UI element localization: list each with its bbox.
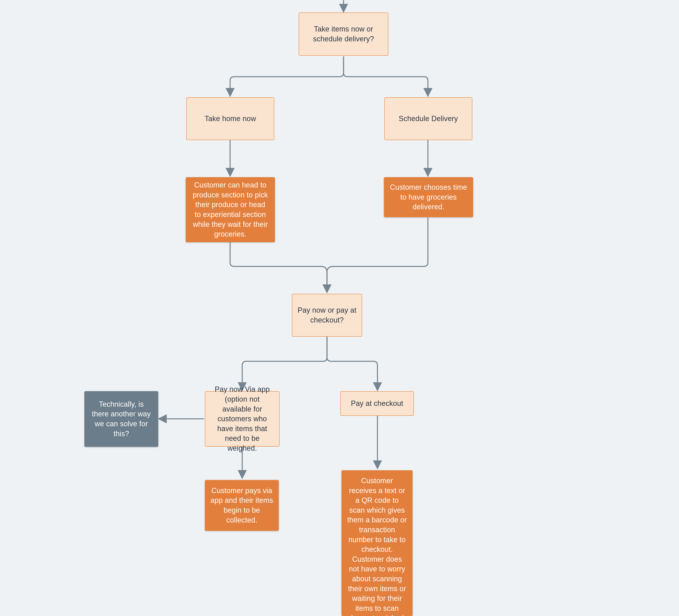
node-option-pay-at-checkout: Pay at checkout <box>340 391 414 416</box>
node-decision-pay-now-or-checkout: Pay now or pay at checkout? <box>292 294 362 337</box>
node-decision-take-or-schedule: Take items now or schedule delivery? <box>299 12 388 56</box>
node-option-take-home-now: Take home now <box>186 97 274 140</box>
flowchart-canvas: Take items now or schedule delivery? Tak… <box>0 0 679 616</box>
node-result-produce-section: Customer can head to produce section to … <box>186 177 275 242</box>
node-label: Pay now or pay at checkout? <box>297 305 357 325</box>
node-result-receives-text-qr: Customer receives a text or a QR code to… <box>342 470 413 616</box>
node-label: Pay at checkout <box>351 399 403 409</box>
node-label: Technically, is there another way we can… <box>90 399 153 439</box>
node-result-choose-time: Customer chooses time to have groceries … <box>384 177 473 217</box>
node-option-schedule-delivery: Schedule Delivery <box>384 97 472 140</box>
node-option-pay-now-via-app: Pay now Via app (option not available fo… <box>205 391 280 447</box>
node-label: Take home now <box>205 114 256 124</box>
node-result-pays-via-app: Customer pays via app and their items be… <box>205 480 279 531</box>
node-label: Take items now or schedule delivery? <box>304 24 383 44</box>
node-label: Customer chooses time to have groceries … <box>390 183 467 212</box>
node-label: Customer receives a text or a QR code to… <box>347 476 407 616</box>
node-label: Pay now Via app (option not available fo… <box>210 385 274 453</box>
node-note-technically: Technically, is there another way we can… <box>85 391 158 447</box>
node-label: Customer pays via app and their items be… <box>211 486 273 525</box>
node-label: Customer can head to produce section to … <box>191 180 269 239</box>
node-label: Schedule Delivery <box>399 114 458 124</box>
